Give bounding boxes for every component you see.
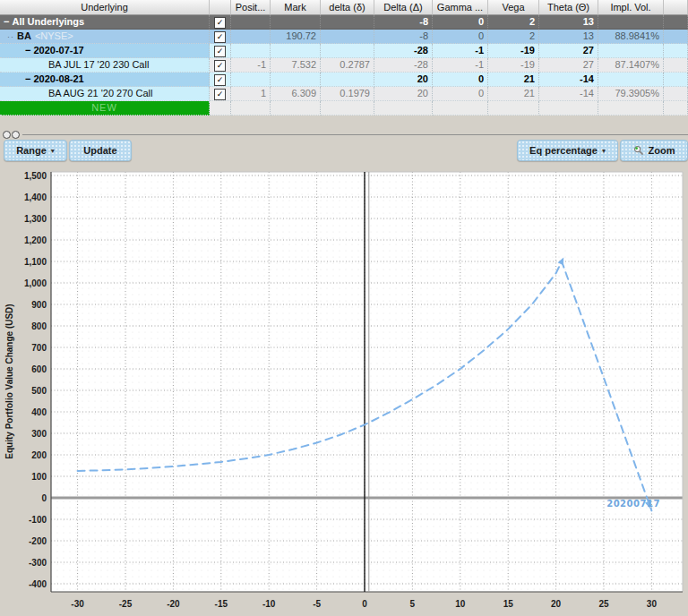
- x-tick-label: 0: [362, 599, 367, 609]
- checkbox-cell: [210, 101, 231, 116]
- chevron-down-icon: ▾: [602, 147, 606, 155]
- x-tick-label: 10: [455, 599, 466, 609]
- gamma-cell: 0: [433, 73, 488, 87]
- scenario-date-label: 20200717: [606, 499, 660, 509]
- mark-cell: [271, 101, 321, 116]
- checkbox-cell: ✓: [210, 15, 231, 30]
- theta-cell: 27: [539, 58, 598, 73]
- vega-cell: -19: [488, 58, 539, 73]
- tree-toggle-icon[interactable]: ··: [7, 32, 14, 41]
- column-header-mark[interactable]: Mark: [271, 0, 321, 15]
- column-header-delta[interactable]: Delta (Δ): [374, 0, 433, 15]
- column-header-theta[interactable]: Theta (Θ): [539, 0, 598, 15]
- row-checkbox[interactable]: ✓: [214, 89, 226, 100]
- y-tick-label: 200: [31, 450, 47, 460]
- delta-cell: -8: [374, 30, 433, 44]
- y-tick-label: -300: [29, 558, 47, 568]
- checkbox-cell: ✓: [210, 58, 231, 73]
- positions-table: UnderlyingPosit...Markdelta (δ)Delta (Δ)…: [0, 0, 688, 116]
- column-header-check[interactable]: [210, 0, 231, 15]
- position-cell: [231, 101, 271, 116]
- table-body: −All Underlyings✓-80213··BA<NYSE>✓190.72…: [0, 15, 688, 116]
- column-header-underlying[interactable]: Underlying: [0, 0, 210, 15]
- table-row-ba-jul-17-20-230-call[interactable]: BA JUL 17 '20 230 Call✓-17.5320.2787-28-…: [0, 58, 688, 73]
- impl_vol-cell: 87.1407%: [598, 58, 664, 73]
- row-checkbox[interactable]: ✓: [214, 46, 226, 57]
- y-tick-label: 400: [31, 407, 47, 417]
- gamma-cell: 0: [433, 15, 488, 30]
- column-header-impl_vol[interactable]: Impl. Vol.: [598, 0, 664, 15]
- mark-cell: 6.309: [271, 87, 321, 101]
- theta-cell: 27: [539, 44, 598, 58]
- x-tick-label: -10: [262, 599, 276, 609]
- tree-toggle-icon[interactable]: −: [25, 73, 30, 84]
- zoom-button[interactable]: Zoom: [620, 140, 688, 161]
- gamma-cell: -1: [433, 44, 488, 58]
- table-row-2020-07-17[interactable]: −2020-07-17✓-28-1-1927: [0, 44, 688, 58]
- position-cell: [231, 30, 271, 44]
- impl_vol-cell: [598, 73, 664, 87]
- theta-cell: 13: [539, 30, 598, 44]
- tree-toggle-icon[interactable]: −: [25, 45, 30, 56]
- pnl-chart[interactable]: 20200717-400-300-200-1000100200300400500…: [0, 168, 688, 616]
- table-row-ba-aug-21-20-270-call[interactable]: BA AUG 21 '20 270 Call✓16.3090.197920021…: [0, 87, 688, 101]
- theta-cell: 13: [539, 15, 598, 30]
- table-row-ba[interactable]: ··BA<NYSE>✓190.72-8021388.9841%: [0, 30, 688, 44]
- delta_lc-cell: [321, 101, 374, 116]
- row-checkbox[interactable]: ✓: [214, 31, 226, 43]
- delta-cell: 20: [374, 87, 433, 101]
- tree-toggle-icon[interactable]: −: [4, 16, 9, 27]
- x-tick-label: -25: [119, 599, 133, 609]
- y-tick-label: 700: [31, 343, 47, 353]
- tail-cell: [664, 73, 688, 87]
- column-header-tail[interactable]: [664, 0, 688, 15]
- table-row-new[interactable]: NEW: [0, 101, 688, 116]
- row-label-cell: ··BA<NYSE>: [0, 30, 210, 44]
- table-row-all-underlyings[interactable]: −All Underlyings✓-80213: [0, 15, 688, 30]
- y-tick-label: 1,200: [24, 235, 47, 245]
- row-checkbox[interactable]: ✓: [214, 60, 226, 72]
- row-label-cell: −2020-07-17: [0, 44, 210, 58]
- column-header-delta_lc[interactable]: delta (δ): [321, 0, 374, 15]
- position-cell: -1: [231, 58, 271, 73]
- panel-divider[interactable]: [22, 134, 688, 135]
- vega-cell: -19: [488, 44, 539, 58]
- impl_vol-cell: 79.3905%: [598, 87, 664, 101]
- mark-cell: [271, 73, 321, 87]
- y-tick-label: 900: [31, 300, 47, 310]
- delta_lc-cell: [321, 30, 374, 44]
- theta-cell: [539, 101, 598, 116]
- column-header-position[interactable]: Posit...: [231, 0, 271, 15]
- mark-cell: [271, 44, 321, 58]
- panel-toggle-icon[interactable]: [3, 131, 11, 139]
- tail-cell: [664, 101, 688, 116]
- table-header-row: UnderlyingPosit...Markdelta (δ)Delta (Δ)…: [0, 0, 688, 15]
- gamma-cell: -1: [433, 58, 488, 73]
- update-button[interactable]: Update: [69, 140, 132, 161]
- column-header-gamma[interactable]: Gamma ...: [433, 0, 488, 15]
- y-tick-label: 1,100: [24, 257, 47, 267]
- chart-canvas[interactable]: 20200717-400-300-200-1000100200300400500…: [0, 168, 688, 616]
- row-checkbox[interactable]: ✓: [214, 74, 226, 86]
- y-tick-label: 500: [31, 386, 47, 396]
- y-tick-label: 1,000: [24, 278, 47, 288]
- chevron-down-icon: ▾: [51, 147, 55, 155]
- panel-toggle2-icon[interactable]: [12, 131, 20, 139]
- y-tick-label: 1,500: [24, 171, 47, 181]
- column-header-vega[interactable]: Vega: [488, 0, 539, 15]
- row-checkbox[interactable]: ✓: [214, 17, 226, 29]
- x-tick-label: 25: [598, 599, 609, 609]
- eq-percentage-label: Eq percentage: [529, 145, 598, 156]
- impl_vol-cell: [598, 44, 664, 58]
- row-label: All Underlyings: [12, 16, 84, 27]
- y-tick-label: 1,400: [24, 192, 47, 202]
- y-tick-label: 0: [41, 493, 47, 503]
- range-button[interactable]: Range ▾: [4, 140, 67, 161]
- row-label-cell: −All Underlyings: [0, 15, 210, 30]
- mark-cell: 190.72: [271, 30, 321, 44]
- zoom-button-label: Zoom: [649, 145, 675, 156]
- vega-cell: 2: [488, 30, 539, 44]
- table-row-2020-08-21[interactable]: −2020-08-21✓20021-14: [0, 73, 688, 87]
- eq-percentage-button[interactable]: Eq percentage ▾: [517, 140, 618, 161]
- impl_vol-cell: [598, 15, 664, 30]
